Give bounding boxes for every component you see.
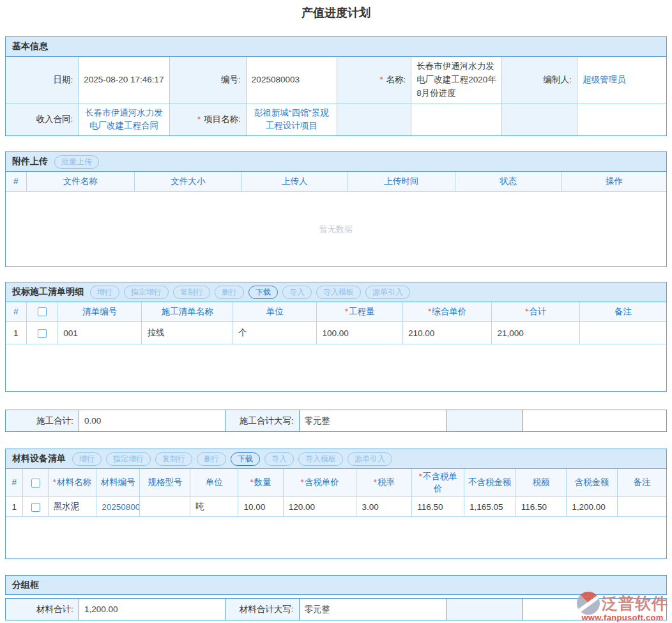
cell-remark xyxy=(579,321,666,344)
specify-add-row-button[interactable]: 指定增行 xyxy=(106,452,151,466)
creator-value[interactable]: 超级管理员 xyxy=(577,57,666,104)
table-row: 1 001 拉线 个 100.00 210.00 21,000 xyxy=(6,321,666,344)
download-button[interactable]: 下载 xyxy=(248,286,278,299)
cell-code: 001 xyxy=(58,321,142,344)
bid-list-section: 投标施工清单明细 增行 指定增行 复制行 删行 下载 导入 导入模板 源单引入 … xyxy=(5,282,667,392)
column-header: 备注 xyxy=(617,469,666,496)
column-header: # xyxy=(6,172,26,191)
cell-remark xyxy=(617,496,666,516)
date-value: 2025-08-20 17:46:17 xyxy=(79,57,170,104)
copy-row-button[interactable]: 复制行 xyxy=(155,452,192,466)
empty-value-cell xyxy=(411,104,502,135)
cell-tax-rate: 3.00 xyxy=(356,496,412,516)
column-header: 文件名称 xyxy=(26,172,135,191)
fanpu-watermark: 泛普软件 www.fanpusoft.com xyxy=(577,592,668,622)
section-title: 材料设备清单 xyxy=(12,453,66,465)
select-all-checkbox[interactable] xyxy=(31,479,40,488)
import-template-button[interactable]: 导入模板 xyxy=(298,452,343,466)
column-header: 备注 xyxy=(579,302,666,321)
required-mark: * xyxy=(525,307,528,316)
number-label: 编号: xyxy=(169,57,246,104)
specify-add-row-button[interactable]: 指定增行 xyxy=(124,286,169,299)
basic-info-section: 基本信息 日期: 2025-08-20 17:46:17 编号: 2025080… xyxy=(5,36,667,136)
row-checkbox[interactable] xyxy=(38,329,47,338)
name-label: * 名称: xyxy=(337,57,411,104)
column-header: 上传人 xyxy=(241,172,347,191)
fanpu-logo-icon xyxy=(577,592,600,615)
cell-amount-no-tax: 1,165.05 xyxy=(464,496,515,516)
no-data-text: 暂无数据 xyxy=(319,224,353,235)
name-value: 长春市伊通河水力发电厂改建工程2020年8月份进度 xyxy=(411,57,502,104)
required-mark: * xyxy=(345,307,348,316)
no-data-area: 暂无数据 xyxy=(6,191,666,266)
number-value: 2025080003 xyxy=(246,57,337,104)
delete-row-button[interactable]: 删行 xyxy=(215,286,244,299)
column-header: *数量 xyxy=(238,469,283,496)
column-header: 规格型号 xyxy=(140,469,190,496)
column-header: *综合单价 xyxy=(402,302,492,321)
materials-caps-value: 零元整 xyxy=(299,599,447,620)
column-header: 操作 xyxy=(562,172,666,191)
materials-total-label: 材料合计: xyxy=(6,599,79,620)
batch-upload-button[interactable]: 批量上传 xyxy=(54,155,99,169)
page: 产值进度计划 基本信息 日期: 2025-08-20 17:46:17 编号: … xyxy=(0,0,672,623)
cell-quantity: 10.00 xyxy=(238,496,283,516)
source-import-button[interactable]: 源单引入 xyxy=(347,452,392,466)
contract-value[interactable]: 长春市伊通河水力发电厂改建工程合同 xyxy=(79,104,170,135)
section-title: 基本信息 xyxy=(12,41,48,52)
empty-cell xyxy=(447,410,523,432)
column-header: *含税单价 xyxy=(283,469,356,496)
column-header: *合计 xyxy=(492,302,580,321)
copy-row-button[interactable]: 复制行 xyxy=(173,286,210,299)
materials-table: # *材料名称 材料编号 规格型号 单位 *数量 *含税单价 *税率 *不含税单… xyxy=(6,469,666,516)
project-value[interactable]: 彭祖新城“四馆”景观工程设计项目 xyxy=(246,104,337,135)
column-header: 不含税金额 xyxy=(464,469,515,496)
column-header: *不含税单价 xyxy=(412,469,464,496)
column-header: *税率 xyxy=(356,469,412,496)
cell-unit: 吨 xyxy=(190,496,238,516)
import-template-button[interactable]: 导入模板 xyxy=(316,286,361,299)
cell-checkbox xyxy=(23,496,48,516)
empty-cell xyxy=(523,410,667,432)
column-header xyxy=(26,302,58,321)
cell-spec xyxy=(140,496,190,516)
required-mark: * xyxy=(419,472,422,481)
cell-total: 21,000 xyxy=(492,321,580,344)
required-mark: * xyxy=(428,307,431,316)
cell-material-code[interactable]: 2025080000 xyxy=(96,496,140,516)
construction-summary-row: 施工合计: 0.00 施工合计大写: 零元整 xyxy=(5,410,667,432)
column-header: *工程量 xyxy=(317,302,402,321)
import-button[interactable]: 导入 xyxy=(264,452,294,466)
delete-row-button[interactable]: 删行 xyxy=(197,452,226,466)
page-title: 产值进度计划 xyxy=(5,0,667,36)
required-mark: * xyxy=(53,477,56,487)
column-header: # xyxy=(6,469,23,496)
cell-price-no-tax: 116.50 xyxy=(412,496,464,516)
column-header: *材料名称 xyxy=(48,469,96,496)
attachments-table: # 文件名称 文件大小 上传人 上传时间 状态 操作 xyxy=(6,172,666,191)
cell-tax-amount: 116.50 xyxy=(515,496,567,516)
watermark-url-text: www.fanpusoft.com xyxy=(581,613,663,622)
required-mark: * xyxy=(380,75,383,84)
download-button[interactable]: 下载 xyxy=(231,452,260,466)
construction-caps-label: 施工合计大写: xyxy=(225,410,299,432)
cell-material-name: 黑水泥 xyxy=(48,496,96,516)
add-row-button[interactable]: 增行 xyxy=(72,452,102,466)
cell-price-with-tax: 120.00 xyxy=(283,496,356,516)
basic-info-header: 基本信息 xyxy=(6,37,666,57)
empty-value-cell xyxy=(577,104,666,135)
column-header: # xyxy=(6,302,26,321)
import-button[interactable]: 导入 xyxy=(282,286,312,299)
select-all-checkbox[interactable] xyxy=(38,307,47,316)
materials-summary-row: 材料合计: 1,200.00 材料合计大写: 零元整 xyxy=(5,598,667,620)
project-label: * 项目名称: xyxy=(169,104,246,135)
required-mark: * xyxy=(250,477,253,487)
column-header: 单位 xyxy=(233,302,317,321)
cell-unit: 个 xyxy=(233,321,317,344)
row-checkbox[interactable] xyxy=(31,503,40,512)
empty-label-cell xyxy=(337,104,411,135)
source-import-button[interactable]: 源单引入 xyxy=(365,286,410,299)
cell-index: 1 xyxy=(6,496,23,516)
materials-caps-label: 材料合计大写: xyxy=(225,599,299,620)
add-row-button[interactable]: 增行 xyxy=(90,286,119,299)
